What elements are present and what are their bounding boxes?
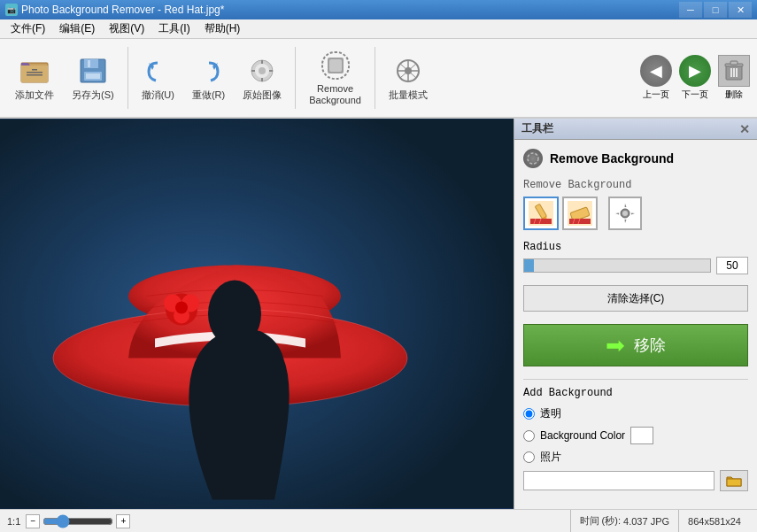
mark-background-tool[interactable] xyxy=(562,197,598,230)
app-icon: 📷 xyxy=(5,4,18,16)
format-label: JPG xyxy=(651,516,669,527)
next-label: 下一页 xyxy=(682,89,708,101)
panel-title-bar: 工具栏 ✕ xyxy=(514,119,757,140)
panel-section-icon xyxy=(523,149,543,168)
radius-slider-fill xyxy=(524,259,534,272)
radius-slider-row: 50 xyxy=(523,257,748,274)
remove-bg-section-label: Remove Background xyxy=(523,179,748,191)
svg-rect-45 xyxy=(226,345,243,367)
zoom-level: 1:1 xyxy=(7,516,20,527)
radio-photo[interactable] xyxy=(523,451,535,463)
remove-background-button[interactable]: Remove Background xyxy=(301,45,369,111)
panel-close-button[interactable]: ✕ xyxy=(739,122,750,136)
window-controls: ─ □ ✕ xyxy=(679,2,752,18)
settings-tool[interactable] xyxy=(608,197,642,230)
status-bar: 1:1 − + 时间 (秒): 4.037 JPG 864x581x24 xyxy=(0,509,757,532)
zoom-out-button[interactable]: − xyxy=(26,514,40,528)
panel-content: Remove Background Remove Background xyxy=(514,140,757,509)
radio-transparent-row: 透明 xyxy=(523,406,748,421)
radius-value[interactable]: 50 xyxy=(716,257,748,274)
prev-nav-item: ◀ 上一页 xyxy=(640,55,672,101)
menu-tools[interactable]: 工具(I) xyxy=(151,19,197,38)
zoom-controls: − + xyxy=(26,514,130,528)
canvas-area[interactable] xyxy=(0,119,514,509)
undo-button[interactable]: 撤消(U) xyxy=(134,50,182,106)
main-area: 工具栏 ✕ Remove Background Remove Backgroun… xyxy=(0,119,757,509)
status-dimensions: 864x581x24 xyxy=(678,510,750,533)
radio-transparent[interactable] xyxy=(523,408,535,420)
browse-folder-button[interactable] xyxy=(720,470,748,491)
zoom-in-button[interactable]: + xyxy=(116,514,130,528)
menu-edit[interactable]: 编辑(E) xyxy=(52,19,102,38)
svg-rect-22 xyxy=(329,59,342,72)
radio-bg-color-label: Background Color xyxy=(540,429,625,442)
delete-button[interactable] xyxy=(718,55,750,87)
svg-rect-5 xyxy=(27,74,42,76)
remove-arrow-icon: ➡ xyxy=(606,332,625,359)
radio-transparent-label: 透明 xyxy=(540,406,561,421)
svg-point-44 xyxy=(208,281,261,348)
svg-rect-4 xyxy=(27,72,42,73)
svg-rect-8 xyxy=(88,60,90,67)
radius-label: Radius xyxy=(523,241,748,253)
svg-point-43 xyxy=(175,302,188,314)
remove-button[interactable]: ➡ 移除 xyxy=(523,324,748,366)
svg-point-59 xyxy=(622,211,628,216)
prev-button[interactable]: ◀ xyxy=(640,55,672,87)
original-image-label: 原始图像 xyxy=(243,89,282,102)
right-panel: 工具栏 ✕ Remove Background Remove Backgroun… xyxy=(514,119,757,509)
next-button[interactable]: ▶ xyxy=(679,55,711,87)
separator-3 xyxy=(375,47,375,109)
zoom-slider[interactable] xyxy=(42,516,113,527)
tool-buttons-group xyxy=(523,197,748,230)
save-as-button[interactable]: 另存为(S) xyxy=(64,50,122,106)
delete-nav-item: 删除 xyxy=(718,55,750,101)
title-bar: 📷 Photo Background Remover - Red Hat.jpg… xyxy=(0,0,757,19)
menu-bar: 文件(F) 编辑(E) 视图(V) 工具(I) 帮助(H) xyxy=(0,19,757,39)
svg-rect-3 xyxy=(32,69,37,71)
add-file-label: 添加文件 xyxy=(15,89,54,102)
radius-section: Radius 50 xyxy=(523,241,748,274)
panel-section-title-text: Remove Background xyxy=(550,151,674,166)
maximize-button[interactable]: □ xyxy=(704,2,727,18)
redo-label: 重做(R) xyxy=(192,89,225,102)
toolbar: 添加文件 另存为(S) xyxy=(0,39,757,119)
next-nav-item: ▶ 下一页 xyxy=(679,55,711,101)
canvas-image xyxy=(0,119,514,509)
menu-help[interactable]: 帮助(H) xyxy=(197,19,248,38)
minimize-button[interactable]: ─ xyxy=(679,2,702,18)
radius-slider-track[interactable] xyxy=(523,258,711,273)
separator-2 xyxy=(295,47,296,109)
mark-foreground-tool[interactable] xyxy=(523,197,559,230)
nav-area: ◀ 上一页 ▶ 下一页 删除 xyxy=(640,55,750,101)
add-background-label: Add Background xyxy=(523,387,748,399)
delete-label: 删除 xyxy=(725,89,743,101)
menu-view[interactable]: 视图(V) xyxy=(102,19,151,38)
time-label: 时间 (秒): xyxy=(580,514,621,528)
svg-rect-7 xyxy=(84,59,98,68)
radio-bg-color-row: Background Color xyxy=(523,427,748,444)
close-button[interactable]: ✕ xyxy=(729,2,752,18)
svg-rect-31 xyxy=(730,61,738,65)
remove-background-label: Remove Background xyxy=(309,83,361,106)
radio-photo-row: 照片 xyxy=(523,450,748,465)
prev-label: 上一页 xyxy=(643,89,669,101)
svg-point-46 xyxy=(528,153,538,164)
clear-selection-button[interactable]: 清除选择(C) xyxy=(523,285,748,312)
remove-btn-label: 移除 xyxy=(634,335,666,356)
batch-mode-button[interactable]: 批量模式 xyxy=(381,50,436,106)
radio-bg-color[interactable] xyxy=(523,430,535,442)
color-picker-box[interactable] xyxy=(630,427,653,444)
radio-photo-label: 照片 xyxy=(540,450,561,465)
photo-path-input[interactable] xyxy=(523,471,715,490)
save-as-label: 另存为(S) xyxy=(72,89,114,102)
menu-file[interactable]: 文件(F) xyxy=(4,19,52,38)
undo-label: 撤消(U) xyxy=(142,89,174,102)
status-left: 1:1 − + xyxy=(7,514,570,528)
panel-divider xyxy=(523,379,748,380)
status-right: 时间 (秒): 4.037 JPG 864x581x24 xyxy=(570,510,750,533)
svg-rect-60 xyxy=(727,479,741,486)
redo-button[interactable]: 重做(R) xyxy=(184,50,233,106)
original-image-button[interactable]: 原始图像 xyxy=(235,50,290,106)
add-file-button[interactable]: 添加文件 xyxy=(7,50,62,106)
